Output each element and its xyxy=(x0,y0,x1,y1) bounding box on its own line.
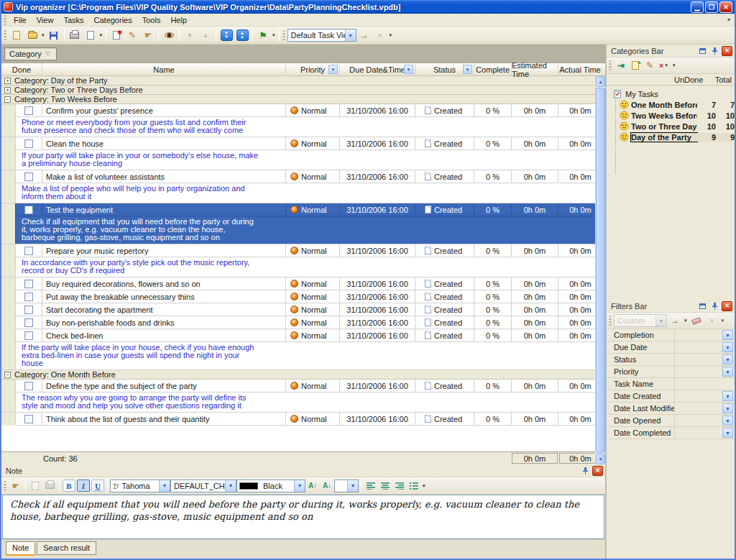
restore-button[interactable]: ❐ xyxy=(705,1,718,13)
filter-row-due-date[interactable]: Due Date▼ xyxy=(607,341,735,354)
category-row[interactable]: +Category: Two or Three Days Before xyxy=(1,86,602,95)
note-row[interactable]: Make a list of people who will help you … xyxy=(1,183,602,203)
column-header-done[interactable]: Done xyxy=(1,63,42,75)
column-header-actual-time[interactable]: Actual Time xyxy=(558,63,602,75)
new-task-button[interactable]: ✱ xyxy=(109,28,124,43)
task-checkbox[interactable] xyxy=(24,280,33,288)
tree-root-my-tasks[interactable]: My Tasks xyxy=(607,88,735,99)
filter-dropdown-arrow[interactable]: ▼ xyxy=(722,354,733,364)
note-row[interactable]: In accordance with your party's style pi… xyxy=(1,257,602,277)
flag-button[interactable]: ⚑ xyxy=(255,28,271,43)
column-header-priority[interactable]: Priority▼ xyxy=(286,63,340,75)
note-row[interactable]: Phone or meet everybody from your guests… xyxy=(1,117,602,137)
apply-view-button[interactable]: → xyxy=(356,28,372,43)
expand-all-button[interactable]: ▼▼ xyxy=(218,28,234,43)
collapse-box-icon[interactable]: − xyxy=(4,372,11,378)
charset-combo[interactable]: DEFAULT_CHAR ▼ xyxy=(170,479,236,492)
shrink-font-button[interactable]: A↓ xyxy=(320,479,334,492)
color-combo[interactable]: Black ▼ xyxy=(236,479,305,492)
edit-task-button[interactable]: ✎ xyxy=(124,28,140,43)
task-checkbox[interactable] xyxy=(24,206,33,214)
clear-filter-button[interactable] xyxy=(689,313,704,329)
column-filter-arrow[interactable]: ▼ xyxy=(404,65,413,74)
task-checkbox[interactable] xyxy=(24,106,33,115)
categories-pin-button[interactable] xyxy=(709,46,720,56)
task-checkbox[interactable] xyxy=(24,293,33,301)
filter-dropdown-arrow[interactable]: ▼ xyxy=(722,391,733,401)
menu-item-help[interactable]: Help xyxy=(165,14,192,26)
preview-note-button[interactable] xyxy=(161,28,177,43)
filter-row-date-last-modified[interactable]: Date Last Modified▼ xyxy=(607,403,735,415)
task-row[interactable]: Buy non-perishable foods and drinksNorma… xyxy=(1,316,602,329)
open-dropdown-arrow[interactable]: ▾ xyxy=(40,32,46,38)
column-header-status[interactable]: Status▼ xyxy=(415,63,474,75)
filters-close-button[interactable]: ✕ xyxy=(722,301,732,311)
filter-dropdown-arrow[interactable]: ▼ xyxy=(722,330,733,340)
tree-item-two-weeks-before[interactable]: Two Weeks Before1010 xyxy=(607,110,735,121)
filter-preset-combo[interactable]: Custom ▼ xyxy=(614,314,667,327)
task-row[interactable]: Define the type and the subject of the p… xyxy=(1,380,602,393)
delete-view-button[interactable]: × xyxy=(372,28,388,43)
filter-row-completion[interactable]: Completion▼ xyxy=(607,329,735,341)
task-checkbox[interactable] xyxy=(24,139,33,148)
task-row[interactable]: Check bed-linenNormal31/10/2006 16:00Cre… xyxy=(1,329,602,342)
tree-item-one-month-before[interactable]: One Month Before77 xyxy=(607,99,735,110)
task-row[interactable]: Test the equipmentNormal31/10/2006 16:00… xyxy=(1,203,602,216)
note-close-button[interactable]: ✕ xyxy=(592,466,603,476)
scroll-down-arrow[interactable]: ▼ xyxy=(596,454,605,464)
close-button[interactable]: ✕ xyxy=(719,1,732,13)
task-checkbox[interactable] xyxy=(24,173,33,181)
note-toolbar-overflow-arrow[interactable]: ▾ xyxy=(421,483,427,489)
task-row[interactable]: Make a list of volunteer assistantsNorma… xyxy=(1,170,602,183)
expand-box-icon[interactable]: + xyxy=(4,87,11,93)
task-row[interactable]: Think about the list of guests and their… xyxy=(1,413,602,426)
new-note-button[interactable] xyxy=(28,479,42,492)
edit-category-button[interactable]: ✎ xyxy=(643,59,657,73)
mark-task-button[interactable]: ☛ xyxy=(140,28,156,43)
print-note-button[interactable] xyxy=(42,479,57,492)
column-filter-arrow[interactable]: ▼ xyxy=(463,65,472,74)
categories-overflow-arrow[interactable]: ▾ xyxy=(671,63,677,68)
menu-item-categories[interactable]: Categories xyxy=(89,14,137,26)
align-center-button[interactable] xyxy=(378,479,392,492)
filters-overflow-arrow[interactable]: ▾ xyxy=(720,318,726,323)
align-right-button[interactable] xyxy=(392,479,407,492)
task-checkbox[interactable] xyxy=(24,318,33,327)
note-row[interactable]: Check if all equipment that you will nee… xyxy=(1,216,602,244)
column-header-estimated-time[interactable]: Estimated Time xyxy=(512,63,558,75)
filter-row-date-created[interactable]: Date Created▼ xyxy=(607,390,735,403)
scroll-thumb[interactable] xyxy=(596,88,605,453)
task-row[interactable]: Start decorating the apartmentNormal31/1… xyxy=(1,303,602,316)
filter-dropdown-arrow[interactable]: ▼ xyxy=(722,403,733,413)
task-checkbox[interactable] xyxy=(24,331,33,340)
task-row[interactable]: Prepare your music repertoryNormal31/10/… xyxy=(1,244,602,257)
tree-item-day-of-the-party[interactable]: Day of the Party99 xyxy=(607,132,735,142)
task-view-combo[interactable]: Default Task View ▼ xyxy=(288,29,356,42)
apply-filter-dropdown[interactable]: ▾ xyxy=(683,318,689,323)
filters-float-button[interactable] xyxy=(697,301,708,311)
categories-close-button[interactable]: ✕ xyxy=(722,46,732,56)
filter-dropdown-arrow[interactable]: ▼ xyxy=(722,367,733,377)
filter-row-priority[interactable]: Priority▼ xyxy=(607,366,735,378)
italic-button[interactable]: I xyxy=(77,479,90,492)
delete-category-button[interactable]: ×▾ xyxy=(657,59,671,73)
expand-box-icon[interactable]: + xyxy=(4,78,11,84)
category-row[interactable]: −Category: Two Weeks Before xyxy=(1,95,602,104)
bullet-list-button[interactable] xyxy=(407,479,421,492)
task-row[interactable]: Confirm your guests' presenceNormal31/10… xyxy=(1,104,602,117)
task-checkbox[interactable] xyxy=(24,382,33,390)
grid-scrollbar[interactable]: ▲ ▼ xyxy=(595,76,605,464)
open-database-button[interactable] xyxy=(24,28,40,43)
filter-dropdown-arrow[interactable]: ▼ xyxy=(722,342,733,352)
filter-dropdown-arrow[interactable]: ▼ xyxy=(722,428,733,438)
move-to-category-button[interactable]: ⇥ xyxy=(614,59,628,73)
task-view-combo-arrow[interactable]: ▼ xyxy=(345,29,356,41)
group-by-category-button[interactable]: Category ▽ xyxy=(4,47,57,60)
task-checkbox[interactable] xyxy=(24,306,33,314)
tab-search-result[interactable]: Search result xyxy=(37,541,96,555)
filter-row-task-name[interactable]: Task Name xyxy=(607,378,735,390)
task-checkbox[interactable] xyxy=(24,415,33,423)
note-row[interactable]: The reason why you are going to arrange … xyxy=(1,393,602,413)
grow-font-button[interactable]: A↑ xyxy=(305,479,320,492)
menu-overflow-arrow[interactable]: ▾ xyxy=(723,17,735,23)
